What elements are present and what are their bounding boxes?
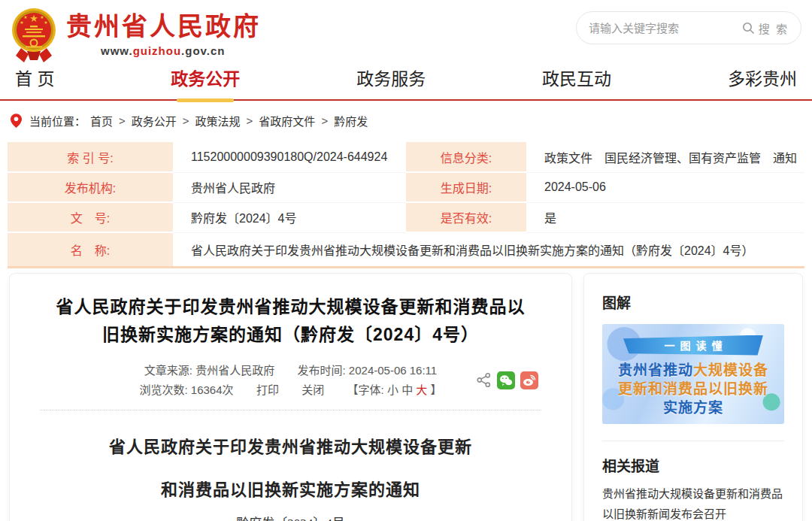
pubtime-label: 发布时间: <box>298 364 346 377</box>
infographic-section-title: 图解 <box>602 292 784 312</box>
print-button[interactable]: 打印 <box>256 383 279 396</box>
breadcrumb-separator: > <box>117 114 127 127</box>
font-large-button[interactable]: 大 <box>416 383 427 396</box>
nav-item-gov-services[interactable]: 政务服务 <box>349 65 433 99</box>
caption-part-blue: 贵州省推动 <box>618 362 693 378</box>
sidebar: 图解 一图读懂 贵州省推动大规模设备 更新和消费品以旧换新 实施方案 相关报道 … <box>583 273 803 521</box>
infographic-caption-line3: 实施方案 <box>602 398 784 417</box>
search-box: 搜 索 <box>576 11 801 44</box>
breadcrumb: 当前位置： 首页 > 政务公开 > 政策法规 > 省政府文件 > 黔府发 <box>0 101 812 139</box>
divider <box>40 410 541 410</box>
document-heading-line2: 和消费品以旧换新实施方案的通知 <box>40 476 541 500</box>
related-report-link[interactable]: 贵州省推动大规模设备更新和消费品以旧换新新闻发布会召开 <box>602 483 784 521</box>
divider <box>602 441 784 441</box>
font-small-button[interactable]: 小 <box>387 383 398 396</box>
article-card: 省人民政府关于印发贵州省推动大规模设备更新和消费品以旧换新实施方案的通知（黔府发… <box>9 273 572 521</box>
site-brand: 贵州省人民政府 www.guizhou.gov.cn <box>66 11 261 57</box>
source-label: 文章来源: <box>144 364 192 377</box>
infographic-caption-line2: 更新和消费品以旧换新 <box>602 380 784 398</box>
svg-text:★: ★ <box>44 20 47 25</box>
breadcrumb-label: 当前位置： <box>29 113 86 129</box>
breadcrumb-qianfufa: 黔府发 <box>334 113 368 129</box>
svg-text:★: ★ <box>29 13 38 24</box>
url-domain: guizhou <box>133 44 181 57</box>
index-number-label: 索 引 号: <box>8 142 173 172</box>
infographic-caption: 贵州省推动大规模设备 更新和消费品以旧换新 实施方案 <box>602 361 784 417</box>
breadcrumb-separator: > <box>245 114 255 127</box>
font-medium-button[interactable]: 中 <box>401 383 413 396</box>
article-meta: 文章来源: 贵州省人民政府 发布时间: 2024-05-06 16:11 浏览次… <box>40 361 541 400</box>
doc-info-row: 名 称: 省人民政府关于印发贵州省推动大规模设备更新和消费品以旧换新实施方案的通… <box>8 232 804 267</box>
breadcrumb-gov-disclosure[interactable]: 政务公开 <box>132 113 177 129</box>
issue-date-value: 2024-05-06 <box>526 172 804 202</box>
views-value: 16364次 <box>191 383 234 396</box>
doc-info-row: 索 引 号: 11520000009390180Q/2024-644924 信息… <box>8 142 804 172</box>
url-suffix: .gov.cn <box>181 44 225 57</box>
doc-number-value: 黔府发〔2024〕4号 <box>173 202 406 232</box>
article-title: 省人民政府关于印发贵州省推动大规模设备更新和消费品以旧换新实施方案的通知（黔府发… <box>50 293 532 349</box>
related-reports-title: 相关报道 <box>602 455 784 475</box>
main-content: 省人民政府关于印发贵州省推动大规模设备更新和消费品以旧换新实施方案的通知（黔府发… <box>9 273 803 521</box>
article-meta-line2: 浏览次数: 16364次 打印 关闭 【字体: 小 中 大 】 <box>40 380 541 400</box>
infographic-ribbon: 一图读懂 <box>623 335 763 356</box>
search-input[interactable] <box>589 22 742 35</box>
breadcrumb-home[interactable]: 首页 <box>90 113 113 129</box>
search-icon <box>742 22 755 35</box>
issuing-agency-label: 发布机构: <box>8 172 173 202</box>
breadcrumb-policy-regulations[interactable]: 政策法规 <box>195 113 241 129</box>
breadcrumb-provincial-documents[interactable]: 省政府文件 <box>259 113 315 129</box>
svg-text:★: ★ <box>40 15 44 20</box>
close-button[interactable]: 关闭 <box>301 383 324 396</box>
validity-value: 是 <box>526 202 804 232</box>
svg-text:★: ★ <box>23 15 27 20</box>
document-heading-line1: 省人民政府关于印发贵州省推动大规模设备更新 <box>40 433 541 457</box>
doc-name-value: 省人民政府关于印发贵州省推动大规模设备更新和消费品以旧换新实施方案的通知（黔府发… <box>173 232 804 267</box>
article-meta-line1: 文章来源: 贵州省人民政府 发布时间: 2024-05-06 16:11 <box>40 361 541 380</box>
issue-date-label: 生成日期: <box>406 172 526 202</box>
breadcrumb-separator: > <box>181 114 191 127</box>
info-category-label: 信息分类: <box>406 142 526 172</box>
info-category-value: 政策文件 国民经济管理、国有资产监管 通知 <box>526 142 804 172</box>
doc-info-row: 发布机构: 贵州省人民政府 生成日期: 2024-05-06 <box>8 172 804 202</box>
share-bar <box>476 371 538 389</box>
weibo-share-icon[interactable] <box>520 371 538 389</box>
index-number-value: 11520000009390180Q/2024-644924 <box>173 142 406 172</box>
pubtime-value: 2024-05-06 16:11 <box>349 364 437 377</box>
site-header: ★ ★ ★ ★ ★ 贵州省人民政府 www.guizhou.gov.cn 搜 索 <box>0 0 812 68</box>
svg-text:★: ★ <box>20 20 23 25</box>
doc-name-label: 名 称: <box>8 232 173 267</box>
search-button[interactable]: 搜 索 <box>742 20 789 36</box>
infographic-caption-line1: 贵州省推动大规模设备 <box>602 361 784 380</box>
national-emblem-logo: ★ ★ ★ ★ ★ <box>11 6 57 63</box>
location-pin-icon <box>11 114 22 128</box>
nav-item-gov-disclosure[interactable]: 政务公开 <box>163 65 247 99</box>
doc-info-table: 索 引 号: 11520000009390180Q/2024-644924 信息… <box>8 142 804 268</box>
font-size-label: 【字体: <box>347 383 384 396</box>
site-url: www.guizhou.gov.cn <box>101 44 261 57</box>
main-nav: 首 页 政务公开 政务服务 政民互动 多彩贵州 <box>0 68 812 101</box>
document-number: 黔府发〔2024〕4号 <box>40 513 541 521</box>
search-button-label: 搜 索 <box>759 20 789 36</box>
font-size-suffix: 】 <box>431 383 442 396</box>
views-label: 浏览次数: <box>139 383 187 396</box>
caption-part-orange: 大规模设备 <box>693 362 768 378</box>
wechat-share-icon[interactable] <box>497 371 515 389</box>
doc-number-label: 文 号: <box>8 202 173 232</box>
share-nodes-icon[interactable] <box>476 372 492 388</box>
nav-item-home[interactable]: 首 页 <box>8 65 62 99</box>
source-value: 贵州省人民政府 <box>195 364 274 377</box>
site-title: 贵州省人民政府 <box>66 11 261 41</box>
issuing-agency-value: 贵州省人民政府 <box>173 172 406 202</box>
url-www: www. <box>101 44 133 57</box>
breadcrumb-separator: > <box>320 114 329 127</box>
document-body: 省人民政府关于印发贵州省推动大规模设备更新 和消费品以旧换新实施方案的通知 黔府… <box>40 433 541 521</box>
doc-info-row: 文 号: 黔府发〔2024〕4号 是否有效: 是 <box>8 202 804 232</box>
infographic-thumbnail[interactable]: 一图读懂 贵州省推动大规模设备 更新和消费品以旧换新 实施方案 <box>602 324 784 424</box>
nav-item-colorful-guizhou[interactable]: 多彩贵州 <box>720 65 804 99</box>
nav-item-public-interaction[interactable]: 政民互动 <box>535 65 619 99</box>
validity-label: 是否有效: <box>406 202 526 232</box>
